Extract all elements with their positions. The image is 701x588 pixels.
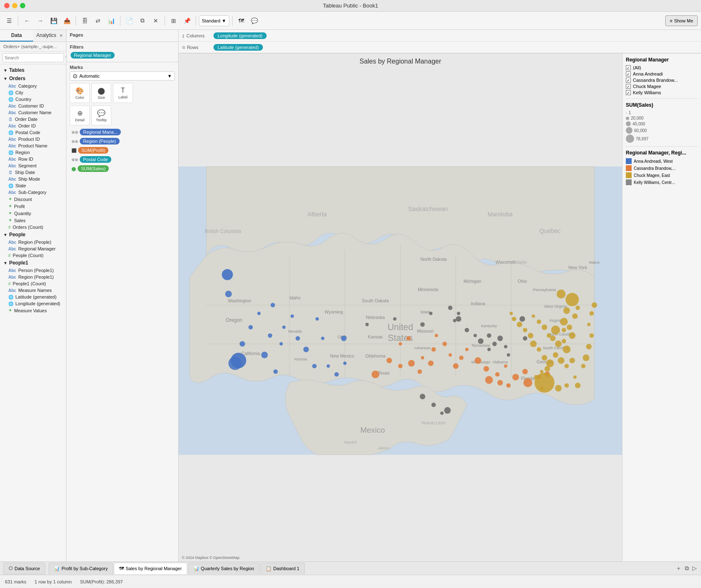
field-ship-date[interactable]: 🗓 Ship Date [0, 169, 66, 176]
marks-buttons: 🎨 Color ⬤ Size T Label [70, 83, 175, 103]
field-person-people1[interactable]: Abc Person (People1) [0, 267, 66, 274]
field-regional-manager[interactable]: Abc Regional Manager [0, 245, 66, 252]
field-city[interactable]: 🌐 City [0, 89, 66, 96]
field-measure-values[interactable]: ✦ Measure Values [0, 307, 66, 314]
sort-button[interactable]: 📊 [105, 15, 117, 27]
mark-pill-region-people[interactable]: ⊕⊕ Region (People) [70, 137, 175, 145]
geo-icon: 🌐 [8, 130, 13, 135]
field-discount[interactable]: ✦ Discount [0, 196, 66, 203]
legend-checkbox-anna[interactable] [626, 71, 631, 76]
tooltip-button[interactable]: 💬 [249, 15, 260, 27]
field-region-people1[interactable]: Abc Region (People1) [0, 274, 66, 280]
svg-point-165 [574, 375, 577, 379]
field-country[interactable]: 🌐 Country [0, 96, 66, 103]
field-postal-code[interactable]: 🌐 Postal Code [0, 129, 66, 136]
save-button[interactable]: 💾 [48, 15, 59, 27]
label-btn[interactable]: T Label [113, 83, 133, 103]
size-btn[interactable]: ⬤ Size [91, 83, 111, 103]
duplicate-sheet-icon[interactable]: ⧉ [684, 564, 690, 573]
field-longitude[interactable]: 🌐 Longitude (generated) [0, 300, 66, 307]
content-area: Sales by Regional Manager [179, 54, 701, 561]
tab-data-source[interactable]: ⬡ Data Source [3, 563, 45, 574]
field-profit[interactable]: ✦ Profit [0, 203, 66, 210]
tab-quarterly-sales[interactable]: 📊 Quarterly Sales by Region [188, 563, 260, 574]
svg-point-111 [429, 312, 432, 315]
clear-button[interactable]: ✕ [150, 15, 162, 27]
svg-point-140 [561, 339, 566, 343]
field-sales[interactable]: ✦ Sales [0, 217, 66, 224]
field-ship-mode[interactable]: Abc Ship Mode [0, 176, 66, 182]
legend-checkbox-chuck[interactable] [626, 84, 631, 89]
color-btn[interactable]: 🎨 Color [70, 83, 90, 103]
field-people-count[interactable]: # People (Count) [0, 252, 66, 259]
publish-button[interactable]: 📤 [61, 15, 73, 27]
legend-kelly[interactable]: Kelly Williams [626, 90, 698, 95]
tab-sales-regional[interactable]: 🗺 Sales by Regional Manager [114, 563, 187, 574]
tab-profit-sub[interactable]: 📊 Profit by Sub-Category [49, 563, 113, 574]
viz-type-dropdown[interactable]: Standard▼ [199, 15, 229, 26]
tab-data[interactable]: Data [0, 30, 33, 42]
field-people1-count[interactable]: # People1 (Count) [0, 280, 66, 287]
field-region[interactable]: 🌐 Region [0, 149, 66, 156]
tab-dashboard1[interactable]: 📋 Dashboard 1 [260, 563, 305, 574]
map-canvas[interactable]: Sales by Regional Manager [179, 54, 622, 561]
mark-pill-regional-manager[interactable]: ⊕⊕ Regional Mana... [70, 128, 175, 136]
legend-anna[interactable]: Anna Andreadi [626, 71, 698, 76]
svg-point-105 [520, 316, 525, 321]
legend-checkbox-all[interactable] [626, 65, 631, 70]
swap-button[interactable]: ⇄ [92, 15, 104, 27]
tooltip-btn[interactable]: 💬 Tooltip [91, 105, 111, 125]
field-latitude[interactable]: 🌐 Latitude (generated) [0, 294, 66, 300]
new-datasource[interactable]: 🗄 [79, 15, 91, 27]
datasource-label[interactable]: Orders+ (sample-_-supe... [0, 42, 66, 51]
field-customer-name[interactable]: Abc Customer Name [0, 109, 66, 116]
people-table-header[interactable]: ▼ People [0, 230, 66, 239]
field-region-people[interactable]: Abc Region (People) [0, 239, 66, 245]
mark-pill-sum-profit[interactable]: ⬛ SUM(Profit) [70, 146, 175, 154]
field-product-id[interactable]: Abc Product ID [0, 136, 66, 142]
legend-chuck[interactable]: Chuck Magee [626, 84, 698, 89]
tables-section-header[interactable]: ▼ Tables [0, 66, 66, 74]
field-quantity[interactable]: ✦ Quantity [0, 210, 66, 217]
fit-button[interactable]: ⊞ [168, 15, 179, 27]
legend-checkbox-cassandra[interactable] [626, 78, 631, 83]
field-measure-names[interactable]: Abc Measure Names [0, 287, 66, 294]
new-sheet-icon[interactable]: ＋ [675, 564, 682, 573]
mark-pill-sum-sales[interactable]: ⬤ SUM(Sales) [70, 164, 175, 173]
tab-analytics[interactable]: Analytics ✕ [33, 30, 66, 42]
filter-regional-manager[interactable]: Regional Manager [71, 52, 115, 59]
clear-sheet-icon[interactable]: ▷ [691, 564, 698, 573]
field-product-name[interactable]: Abc Product Name [0, 142, 66, 149]
fix-button[interactable]: 📌 [181, 15, 193, 27]
field-state[interactable]: 🌐 State [0, 182, 66, 189]
rows-pill[interactable]: Latitude (generated) [213, 44, 263, 51]
field-segment[interactable]: Abc Segment [0, 162, 66, 169]
field-order-date[interactable]: 🗓 Order Date [0, 116, 66, 122]
field-customer-id[interactable]: Abc Customer ID [0, 103, 66, 109]
field-orders-count[interactable]: # Orders (Count) [0, 224, 66, 230]
minimize-button[interactable] [12, 3, 17, 8]
legend-cassandra[interactable]: Cassandra Brandow... [626, 78, 698, 83]
undo-button[interactable]: ← [21, 15, 33, 27]
menu-button[interactable]: ☰ [3, 15, 15, 27]
maximize-button[interactable] [20, 3, 25, 8]
search-input[interactable] [2, 53, 64, 62]
field-category[interactable]: Abc Category [0, 83, 66, 89]
legend-all[interactable]: (All) [626, 65, 698, 70]
close-button[interactable] [4, 3, 10, 8]
redo-button[interactable]: → [34, 15, 46, 27]
field-order-id[interactable]: Abc Order ID [0, 122, 66, 129]
orders-table-header[interactable]: ▼ Orders [0, 74, 66, 83]
duplicate[interactable]: ⧉ [137, 15, 148, 27]
marks-type-select[interactable]: ⊙ Automatic ▼ [70, 71, 175, 81]
legend-checkbox-kelly[interactable] [626, 90, 631, 95]
new-worksheet[interactable]: 📄 [123, 15, 135, 27]
map-button[interactable]: 🗺 [235, 15, 247, 27]
detail-btn[interactable]: ⊕ Detail [70, 105, 90, 125]
show-me-button[interactable]: ≡ Show Me [665, 15, 698, 26]
mark-pill-postal-code[interactable]: ⊕⊕ Postal Code [70, 155, 175, 164]
people1-table-header[interactable]: ▼ People1 [0, 259, 66, 267]
field-row-id[interactable]: Abc Row ID [0, 156, 66, 162]
field-sub-category[interactable]: Abc Sub-Category [0, 189, 66, 196]
columns-pill[interactable]: Longitude (generated) [213, 32, 267, 39]
